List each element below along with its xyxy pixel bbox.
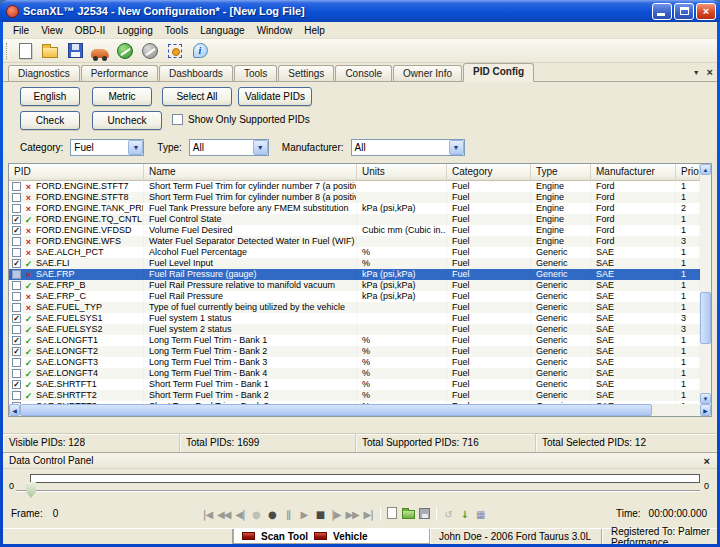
show-only-supported-checkbox[interactable]	[172, 114, 183, 125]
table-row[interactable]: ✓SAE.LONGFT4Long Term Fuel Trim - Bank 4…	[9, 368, 700, 379]
menu-item-window[interactable]: Window	[251, 23, 299, 38]
table-row[interactable]: ✓✓SAE.LONGFT2Long Term Fuel Trim - Bank …	[9, 346, 700, 357]
column-header-manufacturer[interactable]: Manufacturer	[591, 164, 676, 181]
select-all-button[interactable]: Select All	[162, 87, 232, 106]
table-row[interactable]: ✓SAE.LONGFT3Long Term Fuel Trim - Bank 3…	[9, 357, 700, 368]
connect-icon[interactable]	[113, 40, 137, 62]
horizontal-scroll-thumb[interactable]	[20, 404, 652, 416]
pause-button[interactable]: ∥	[281, 509, 294, 520]
save-configuration-icon[interactable]	[63, 40, 87, 62]
maximize-button[interactable]	[674, 3, 694, 20]
table-row[interactable]: ×SAE.FRP_CFuel Rail PressurekPa (psi,kPa…	[9, 291, 700, 302]
record-inactive-button[interactable]: ●	[249, 509, 262, 520]
pid-checkbox[interactable]: ✓	[12, 226, 21, 235]
data-grid-button[interactable]: ▦	[474, 509, 487, 520]
menu-item-view[interactable]: View	[35, 23, 69, 38]
pid-checkbox[interactable]: ✓	[12, 336, 21, 345]
table-row[interactable]: ✓✓SAE.LONGFT1Long Term Fuel Trim - Bank …	[9, 335, 700, 346]
menu-item-tools[interactable]: Tools	[159, 23, 194, 38]
table-row[interactable]: ×FORD.ENGINE.STFT8Short Term Fuel Trim f…	[9, 192, 700, 203]
new-log-button[interactable]	[386, 507, 399, 521]
skip-start-button[interactable]: |◀	[201, 509, 214, 520]
pid-checkbox[interactable]	[12, 204, 21, 213]
tab-settings[interactable]: Settings	[278, 65, 334, 81]
metric-button[interactable]: Metric	[92, 87, 152, 106]
table-row[interactable]: ×FORD.ENGINE.TANK_PRESFuel Tank Pressure…	[9, 203, 700, 214]
column-header-pid[interactable]: PID	[9, 164, 144, 181]
step-forward-button[interactable]: |▶	[329, 509, 342, 520]
menu-item-help[interactable]: Help	[298, 23, 331, 38]
manufacturer-select[interactable]: All ▼	[351, 139, 465, 156]
scroll-right-icon[interactable]: ▶	[700, 404, 711, 416]
vertical-scroll-thumb[interactable]	[700, 292, 711, 344]
vehicle-icon[interactable]	[88, 40, 112, 62]
pid-checkbox[interactable]	[12, 303, 21, 312]
pid-checkbox[interactable]	[12, 391, 21, 400]
fast-forward-button[interactable]: ▶▶	[345, 509, 358, 520]
stop-button[interactable]: ■	[313, 509, 326, 520]
table-row[interactable]: ×FORD.ENGINE.STFT7Short Term Fuel Trim f…	[9, 181, 700, 192]
pid-checkbox[interactable]: ✓	[12, 380, 21, 389]
english-button[interactable]: English	[20, 87, 80, 106]
skip-end-button[interactable]: ▶|	[362, 509, 375, 520]
pid-checkbox[interactable]	[12, 248, 21, 257]
pid-checkbox[interactable]	[12, 281, 21, 290]
table-row[interactable]: ✓×FORD.ENGINE.VFDSDVolume Fuel DesiredCu…	[9, 225, 700, 236]
menu-item-obd-ii[interactable]: OBD-II	[69, 23, 112, 38]
menu-item-logging[interactable]: Logging	[111, 23, 159, 38]
pid-checkbox[interactable]: ✓	[12, 215, 21, 224]
category-select[interactable]: Fuel ▼	[70, 139, 144, 156]
tab-pid-config[interactable]: PID Config	[463, 63, 534, 82]
tab-performance[interactable]: Performance	[81, 65, 158, 81]
play-button[interactable]: ▶	[297, 509, 310, 520]
validate-pids-button[interactable]: Validate PIDs	[238, 87, 312, 106]
info-icon[interactable]	[188, 40, 212, 62]
open-log-button[interactable]	[402, 508, 415, 521]
panel-close-icon[interactable]: ×	[704, 455, 710, 467]
table-row[interactable]: ✓✓FORD.ENGINE.TQ_CNTLFuel Control StateF…	[9, 214, 700, 225]
clear-log-button[interactable]: ↺	[442, 509, 455, 520]
pid-checkbox[interactable]: ✓	[12, 314, 21, 323]
pid-checkbox[interactable]: ✓	[12, 347, 21, 356]
table-row[interactable]: ✓SAE.SHRTFT2Short Term Fuel Trim - Bank …	[9, 390, 700, 401]
table-row[interactable]: ✓✓SAE.SHRTFT1Short Term Fuel Trim - Bank…	[9, 379, 700, 390]
pid-checkbox[interactable]: ✓	[12, 259, 21, 268]
table-row[interactable]: ✓✓SAE.FLIFuel Level Input%FuelGenericSAE…	[9, 258, 700, 269]
column-header-type[interactable]: Type	[531, 164, 591, 181]
rewind-button[interactable]: ◀◀	[217, 509, 230, 520]
pid-checkbox[interactable]	[12, 369, 21, 378]
column-header-units[interactable]: Units	[357, 164, 447, 181]
tab-diagnostics[interactable]: Diagnostics	[8, 65, 80, 81]
step-back-button[interactable]: ◀|	[233, 509, 246, 520]
tab-tools[interactable]: Tools	[234, 65, 277, 81]
table-row[interactable]: ×FORD.ENGINE.WFSWater Fuel Separator Det…	[9, 236, 700, 247]
tab-overflow-chevron-icon[interactable]: ▼	[693, 69, 700, 76]
uncheck-button[interactable]: Uncheck	[92, 111, 162, 130]
table-row[interactable]: ✓SAE.FRP_BFuel Rail Pressure relative to…	[9, 280, 700, 291]
frame-slider-track[interactable]	[16, 490, 700, 492]
pid-checkbox[interactable]	[12, 270, 21, 279]
pid-checkbox[interactable]	[12, 325, 21, 334]
scroll-left-icon[interactable]: ◀	[9, 404, 20, 416]
column-header-prior[interactable]: Prior	[676, 164, 700, 181]
tab-console[interactable]: Console	[335, 65, 392, 81]
scroll-down-icon[interactable]: ▼	[700, 393, 711, 404]
pid-checkbox[interactable]	[12, 182, 21, 191]
export-log-button[interactable]: ↓	[458, 509, 471, 520]
pid-checkbox[interactable]	[12, 193, 21, 202]
scroll-up-icon[interactable]: ▲	[700, 164, 711, 175]
save-log-button[interactable]	[418, 508, 431, 521]
horizontal-scrollbar[interactable]: ◀ ▶	[9, 404, 711, 416]
gauge-select-icon[interactable]	[163, 40, 187, 62]
column-header-name[interactable]: Name	[144, 164, 357, 181]
table-row[interactable]: ×SAE.FUEL_TYPType of fuel currently bein…	[9, 302, 700, 313]
check-button[interactable]: Check	[20, 111, 80, 130]
frame-slider-thumb[interactable]	[26, 482, 36, 498]
table-row[interactable]: ✓SAE.FUELSYS2Fuel system 2 statusFuelGen…	[9, 324, 700, 335]
minimize-button[interactable]	[652, 3, 672, 20]
tab-close-icon[interactable]: ×	[707, 68, 713, 77]
vertical-scrollbar[interactable]: ▲ ▼	[700, 164, 711, 404]
type-select[interactable]: All ▼	[189, 139, 269, 156]
column-header-category[interactable]: Category	[447, 164, 531, 181]
table-row[interactable]: ×SAE.FRPFuel Rail Pressure (gauge)kPa (p…	[9, 269, 700, 280]
